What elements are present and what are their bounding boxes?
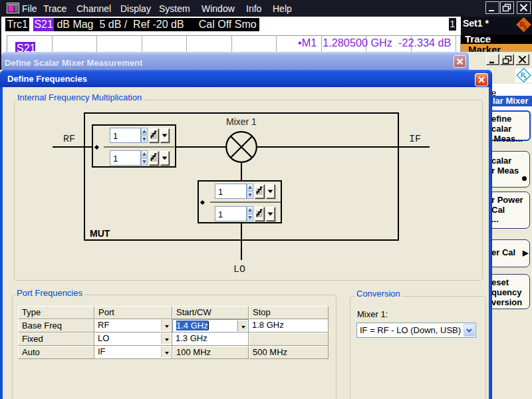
svg-text:S: S — [523, 24, 527, 31]
svg-text:S: S — [524, 75, 527, 81]
